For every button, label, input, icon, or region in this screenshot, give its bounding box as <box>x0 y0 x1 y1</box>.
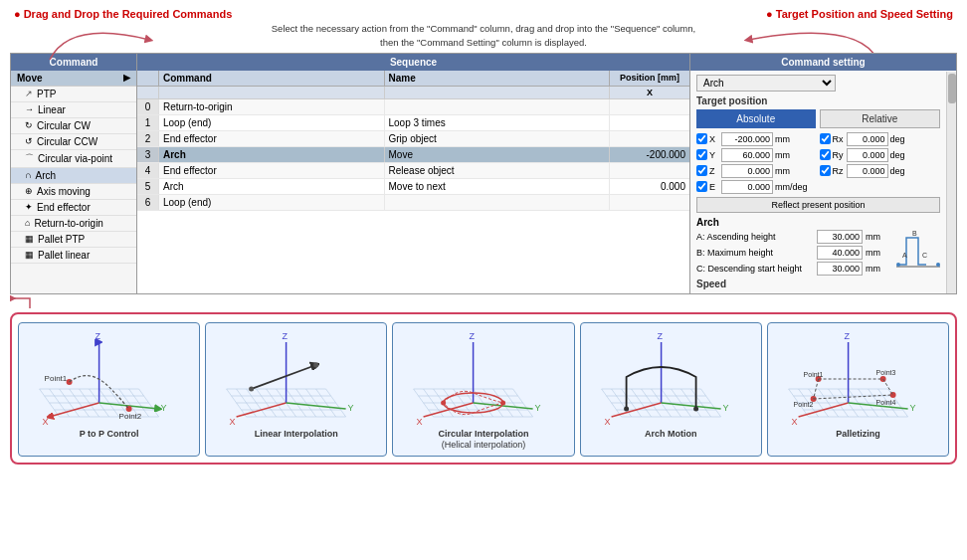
command-arch[interactable]: ∩ Arch <box>11 168 136 184</box>
check-ry[interactable] <box>820 149 831 160</box>
svg-point-4 <box>896 263 900 267</box>
svg-text:Point1: Point1 <box>803 371 823 378</box>
input-rz[interactable] <box>847 164 888 178</box>
arch-a-label: A: Ascending height <box>696 232 814 242</box>
svg-line-100 <box>661 403 720 409</box>
seq-row-6[interactable]: 6 Loop (end) <box>137 195 689 211</box>
check-e[interactable] <box>696 181 707 192</box>
svg-text:X: X <box>791 417 797 427</box>
coord-y: Y mm <box>696 148 818 162</box>
svg-text:Y: Y <box>348 403 354 413</box>
svg-text:Point2: Point2 <box>119 412 142 421</box>
arch-dropdown[interactable]: Arch <box>696 75 836 92</box>
svg-text:X: X <box>604 417 610 427</box>
arch-c-label: C: Descending start height <box>696 264 814 274</box>
check-x[interactable] <box>696 133 707 144</box>
seq-row-5[interactable]: 5 Arch Move to next 0.000 <box>137 179 689 195</box>
seq-row-2[interactable]: 2 End effector Grip object <box>137 131 689 147</box>
svg-text:Point1: Point1 <box>45 374 68 383</box>
command-circular-via[interactable]: ⌒ Circular via-point <box>11 150 136 168</box>
coord-z: Z mm <box>696 164 818 178</box>
svg-text:B: B <box>912 230 917 237</box>
check-z[interactable] <box>696 165 707 176</box>
svg-text:X: X <box>230 417 236 427</box>
arch-b-label: B: Maximum height <box>696 248 814 258</box>
coord-ry: Ry deg <box>820 148 941 162</box>
check-rx[interactable] <box>820 133 831 144</box>
seq-row-3[interactable]: 3 Arch Move -200.000 <box>137 147 689 163</box>
arch-a-input[interactable] <box>817 230 863 244</box>
seq-col-position: Position [mm] <box>610 71 689 86</box>
seq-row-0[interactable]: 0 Return-to-origin <box>137 99 689 115</box>
linear-diagram: Z X Y <box>208 327 384 427</box>
input-rx[interactable] <box>847 132 888 146</box>
seq-row-4[interactable]: 4 End effector Release object <box>137 163 689 179</box>
instruction-text: Select the necessary action from the "Co… <box>272 22 695 51</box>
seq-row-1[interactable]: 1 Loop (end) Loop 3 times <box>137 115 689 131</box>
svg-text:Z: Z <box>96 331 101 341</box>
command-axis-moving[interactable]: ⊕ Axis moving <box>11 184 136 200</box>
svg-text:A: A <box>902 252 907 259</box>
input-y[interactable] <box>721 148 773 162</box>
command-return-origin[interactable]: ⌂ Return-to-origin <box>11 216 136 232</box>
svg-text:Z: Z <box>844 331 850 341</box>
arch-c-input[interactable] <box>817 262 863 276</box>
palletizing-title: Palletizing <box>836 429 880 439</box>
setting-header: Command setting <box>690 54 956 71</box>
illus-linear: Z X Y Linear Interpolation <box>205 322 387 457</box>
svg-text:Point4: Point4 <box>875 399 895 406</box>
command-pallet-linear[interactable]: ▦ Pallet linear <box>11 248 136 264</box>
coord-x: X mm <box>696 132 818 146</box>
svg-text:X: X <box>417 417 423 427</box>
command-ptp[interactable]: ↗ PTP <box>11 87 136 102</box>
svg-text:Y: Y <box>535 403 541 413</box>
svg-text:Z: Z <box>470 331 476 341</box>
arch-b-input[interactable] <box>817 246 863 260</box>
illus-arch: Z X Y Arch Motion <box>580 322 762 457</box>
input-e[interactable] <box>721 180 773 194</box>
drag-drop-label: ● Drag and Drop the Required Commands <box>14 8 232 20</box>
bullet-icon-2: ● <box>766 8 773 20</box>
arch-title: Arch Motion <box>645 429 697 439</box>
arch-diagram-illus: Z X Y <box>583 327 759 427</box>
command-end-effector[interactable]: ✦ End effector <box>11 200 136 216</box>
svg-line-54 <box>252 365 316 389</box>
svg-text:Y: Y <box>161 403 167 413</box>
svg-point-81 <box>501 400 506 405</box>
bullet-icon: ● <box>14 8 21 20</box>
illus-palletizing: Z X Y Point1 Point3 Point2 Point4 <box>767 322 949 457</box>
svg-point-105 <box>693 406 698 411</box>
illus-circular: Z X Y Circular Interpolation(Helical int… <box>392 322 574 457</box>
relative-button[interactable]: Relative <box>820 109 941 128</box>
svg-point-56 <box>313 362 318 367</box>
svg-line-138 <box>882 379 892 395</box>
command-pallet-ptp[interactable]: ▦ Pallet PTP <box>11 232 136 248</box>
linear-title: Linear Interpolation <box>255 429 338 439</box>
command-circular-ccw[interactable]: ↺ Circular CCW <box>11 134 136 150</box>
command-circular-cw[interactable]: ↻ Circular CW <box>11 118 136 134</box>
check-y[interactable] <box>696 149 707 160</box>
svg-text:C: C <box>922 252 927 259</box>
seq-col-num <box>137 71 159 86</box>
command-move[interactable]: Move ▶ <box>11 71 136 87</box>
ptp-diagram: Z X Y Point1 Point2 <box>21 327 197 427</box>
check-rz[interactable] <box>820 165 831 176</box>
arch-section: Arch A: Ascending height mm B: Maximum h… <box>696 217 940 276</box>
input-z[interactable] <box>721 164 773 178</box>
sequence-panel: Sequence Command Name Position [mm] X 0 … <box>137 53 690 294</box>
svg-text:X: X <box>43 417 49 427</box>
absolute-button[interactable]: Absolute <box>696 109 816 128</box>
seq-col-name: Name <box>385 71 611 86</box>
reflect-position-button[interactable]: Reflect present position <box>696 197 940 213</box>
sequence-header: Sequence <box>137 54 689 71</box>
coord-e: E mm/deg <box>696 180 818 194</box>
arch-diagram: A B C <box>896 230 940 272</box>
circular-diagram: Z X Y <box>395 327 571 427</box>
coord-rz: Rz deg <box>820 164 941 178</box>
input-ry[interactable] <box>847 148 888 162</box>
command-linear[interactable]: → Linear <box>11 102 136 118</box>
svg-text:Z: Z <box>283 331 289 341</box>
bottom-section: Z X Y Point1 Point2 P to P Control <box>10 312 957 465</box>
input-x[interactable] <box>721 132 773 146</box>
svg-point-55 <box>249 386 254 391</box>
